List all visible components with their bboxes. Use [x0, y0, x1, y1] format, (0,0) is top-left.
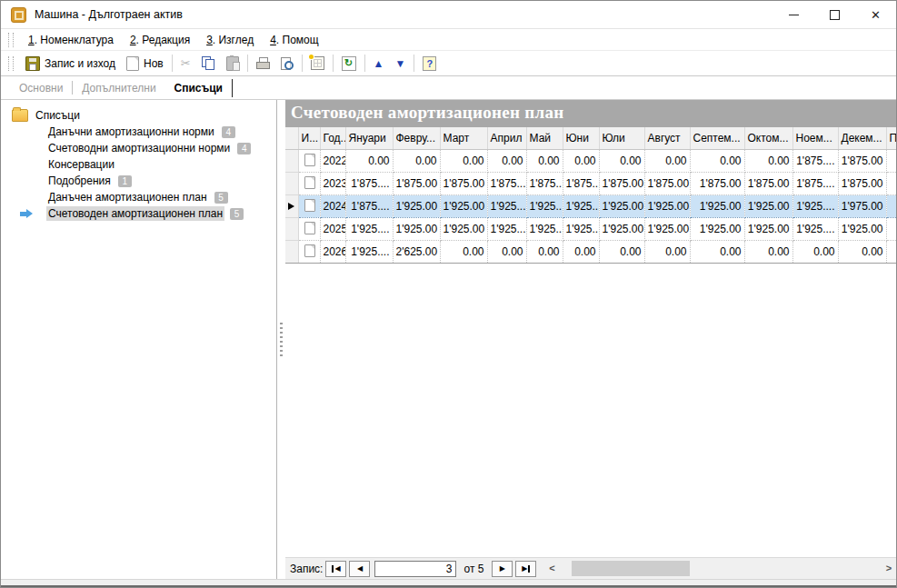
cell-value[interactable]: 1'925.00: [690, 195, 744, 218]
cell-value[interactable]: 1'925.00: [744, 195, 792, 218]
cut-button[interactable]: ✂: [175, 55, 196, 72]
column-header-december[interactable]: Декем...: [838, 127, 886, 150]
cell-value[interactable]: 1'975.00: [838, 195, 886, 218]
cell-value[interactable]: 0.00: [644, 241, 690, 264]
tree-item-improvements[interactable]: Подобрения 1: [1, 173, 276, 189]
cell-year[interactable]: 2025: [320, 218, 345, 241]
row-selector[interactable]: [285, 150, 298, 173]
cell-value[interactable]: 0.00: [744, 241, 792, 264]
tab-additional[interactable]: Допълнителни: [73, 78, 164, 98]
cell-pre[interactable]: [886, 173, 896, 195]
row-icon-cell[interactable]: [298, 173, 320, 195]
move-down-button[interactable]: ▼: [390, 55, 412, 72]
table-row-2024-selected[interactable]: 2024 1'875.... 1'925.00 1'925.00 1'925..…: [285, 195, 896, 218]
cell-value[interactable]: 0.00: [563, 150, 599, 173]
cell-value[interactable]: 1'925...: [563, 195, 599, 218]
row-icon-cell[interactable]: [298, 150, 320, 173]
cell-value[interactable]: 1'875.00: [440, 173, 487, 195]
cell-value[interactable]: 1'925.00: [599, 195, 644, 218]
minimize-button[interactable]: [773, 1, 814, 28]
cell-value[interactable]: 0.00: [792, 241, 838, 264]
cell-value[interactable]: 1'875...: [526, 173, 563, 195]
row-selector[interactable]: [285, 241, 298, 264]
print-button[interactable]: [251, 55, 275, 72]
column-header-february[interactable]: Февру...: [393, 127, 440, 150]
cell-value[interactable]: 1'875.00: [644, 173, 690, 195]
menu-nomenclature[interactable]: 1. Номенклатура: [20, 31, 122, 49]
tab-lists[interactable]: Списъци: [165, 78, 232, 98]
table-row-2022[interactable]: 2022 0.00 0.00 0.00 0.00 0.00 0.00 0.00 …: [285, 150, 896, 173]
column-header-november[interactable]: Ноем...: [792, 127, 838, 150]
cell-value[interactable]: 1'925....: [487, 195, 526, 218]
tree-item-accounting-depreciation-rates[interactable]: Счетоводни амортизационни норми 4: [1, 140, 276, 156]
next-record-button[interactable]: ▶: [492, 561, 513, 577]
cell-value[interactable]: 0.00: [690, 241, 744, 264]
cell-value[interactable]: 0.00: [440, 150, 487, 173]
copy-button[interactable]: [196, 54, 221, 73]
column-header-icon[interactable]: И...: [298, 127, 320, 150]
column-header-april[interactable]: Април: [487, 127, 526, 150]
cell-value[interactable]: 1'925....: [792, 195, 838, 218]
cell-value[interactable]: 1'925.00: [644, 195, 690, 218]
column-header-pre[interactable]: Пре: [886, 127, 896, 150]
cell-year[interactable]: 2022: [320, 150, 345, 173]
cell-value[interactable]: 1'875....: [792, 150, 838, 173]
new-button[interactable]: Нов: [121, 54, 169, 74]
cell-value[interactable]: 1'925.00: [440, 195, 487, 218]
tree-root-lists[interactable]: Списъци: [1, 106, 276, 124]
refresh-button[interactable]: ↻: [336, 54, 362, 74]
save-exit-button[interactable]: Запис и изход: [20, 54, 121, 74]
last-record-button[interactable]: ▶: [515, 561, 536, 577]
cell-value[interactable]: 1'925....: [345, 218, 393, 241]
cell-value[interactable]: 2'625.00: [393, 241, 440, 264]
cell-value[interactable]: 1'925.00: [838, 218, 886, 241]
cell-value[interactable]: 1'875...: [563, 173, 599, 195]
cell-value[interactable]: 1'875....: [345, 195, 393, 218]
move-up-button[interactable]: ▲: [368, 55, 390, 72]
cell-value[interactable]: 1'925.00: [644, 218, 690, 241]
row-selector-current[interactable]: [285, 195, 298, 218]
horizontal-scrollbar[interactable]: < >: [544, 560, 896, 577]
paste-button[interactable]: [221, 54, 244, 74]
cell-value[interactable]: 1'875.00: [838, 173, 886, 195]
cell-value[interactable]: 0.00: [599, 241, 644, 264]
cell-value[interactable]: 0.00: [487, 150, 526, 173]
cell-value[interactable]: 0.00: [345, 150, 393, 173]
cell-value[interactable]: 1'925....: [487, 218, 526, 241]
cell-value[interactable]: 1'925...: [563, 218, 599, 241]
print-preview-button[interactable]: [275, 55, 299, 73]
cell-year[interactable]: 2026: [320, 241, 345, 264]
previous-record-button[interactable]: ◀: [349, 561, 370, 577]
maximize-button[interactable]: [814, 1, 855, 28]
cell-year[interactable]: 2024: [320, 195, 345, 218]
column-header-march[interactable]: Март: [440, 127, 487, 150]
cell-value[interactable]: 1'925.00: [690, 218, 744, 241]
cell-pre[interactable]: [886, 195, 896, 218]
close-button[interactable]: ✕: [855, 1, 896, 28]
cell-value[interactable]: 1'925...: [526, 218, 563, 241]
cell-value[interactable]: 1'925.00: [393, 218, 440, 241]
tree-item-accounting-depreciation-plan[interactable]: Счетоводен амортизационен план 5: [1, 205, 276, 222]
menu-edit[interactable]: 2. Редакция: [122, 31, 198, 49]
cell-value[interactable]: 0.00: [563, 241, 599, 264]
scroll-right-icon[interactable]: >: [882, 563, 896, 573]
record-number-input[interactable]: [374, 561, 456, 577]
row-selector[interactable]: [285, 218, 298, 241]
column-header-october[interactable]: Октом...: [744, 127, 792, 150]
cell-value[interactable]: 0.00: [690, 150, 744, 173]
menu-view[interactable]: 3. Изглед: [198, 31, 262, 49]
table-row-2026[interactable]: 2026 1'925.... 2'625.00 0.00 0.00 0.00 0…: [285, 241, 896, 264]
column-header-may[interactable]: Май: [526, 127, 563, 150]
toolbar-grip[interactable]: [8, 56, 14, 71]
cell-value[interactable]: 1'875.00: [744, 173, 792, 195]
row-icon-cell[interactable]: [298, 218, 320, 241]
panel-splitter[interactable]: [277, 100, 285, 579]
cell-value[interactable]: 0.00: [526, 150, 563, 173]
calculator-button[interactable]: [305, 54, 330, 73]
cell-value[interactable]: 0.00: [599, 150, 644, 173]
cell-value[interactable]: 1'925.00: [393, 195, 440, 218]
cell-value[interactable]: 1'925...: [526, 195, 563, 218]
row-icon-cell[interactable]: [298, 241, 320, 264]
cell-value[interactable]: 0.00: [393, 150, 440, 173]
cell-value[interactable]: 0.00: [487, 241, 526, 264]
